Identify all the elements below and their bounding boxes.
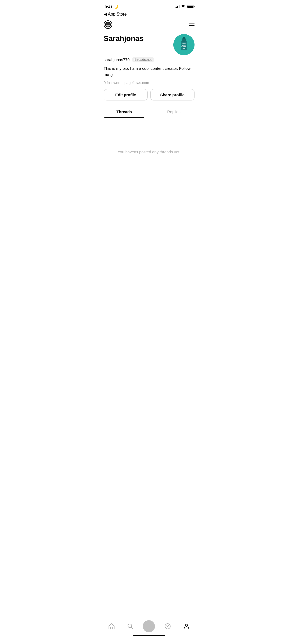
- tab-threads-label: Threads: [116, 109, 132, 114]
- profile-name: Sarahjonas: [104, 34, 144, 43]
- edit-profile-button[interactable]: Edit profile: [104, 89, 148, 100]
- status-time: 9:41 🌙: [105, 4, 118, 9]
- menu-icon[interactable]: [189, 24, 195, 26]
- svg-rect-8: [183, 37, 185, 39]
- back-label: App Store: [108, 12, 127, 17]
- back-nav[interactable]: ◀ App Store: [100, 12, 199, 18]
- back-arrow-icon: ◀: [104, 12, 107, 17]
- tab-threads[interactable]: Threads: [100, 106, 149, 118]
- status-icons: [175, 5, 193, 9]
- svg-text:Sally: Sally: [182, 43, 186, 44]
- empty-state-message: You haven't posted any threads yet.: [118, 150, 180, 154]
- battery-icon: [187, 5, 193, 8]
- profile-meta: 0 followers · pageflows.com: [104, 81, 195, 85]
- tab-replies[interactable]: Replies: [149, 106, 199, 118]
- profile-section: Sarahjonas Sally Hansen INSTA- DRI sarah…: [100, 31, 199, 100]
- status-bar: 9:41 🌙: [100, 0, 199, 12]
- profile-buttons: Edit profile Share profile: [104, 89, 195, 100]
- empty-state: You haven't posted any threads yet.: [100, 118, 199, 186]
- moon-icon: 🌙: [114, 4, 118, 9]
- time-text: 9:41: [105, 4, 113, 9]
- profile-bio: This is my bio. I am a cool content crea…: [104, 66, 195, 77]
- profile-username-row: sarahjonas779 threads.net: [104, 57, 195, 62]
- wifi-icon: [181, 5, 185, 9]
- avatar: Sally Hansen INSTA- DRI: [173, 34, 195, 55]
- content-tabs: Threads Replies: [100, 106, 199, 118]
- profile-username: sarahjonas779: [104, 57, 130, 62]
- globe-icon[interactable]: [104, 20, 112, 29]
- top-nav-bar: [100, 18, 199, 31]
- signal-icon: [175, 5, 179, 8]
- profile-header: Sarahjonas Sally Hansen INSTA- DRI: [104, 34, 195, 55]
- threads-badge: threads.net: [132, 57, 154, 62]
- share-profile-button[interactable]: Share profile: [150, 89, 195, 100]
- tab-replies-label: Replies: [167, 109, 180, 114]
- svg-text:DRI: DRI: [182, 48, 185, 49]
